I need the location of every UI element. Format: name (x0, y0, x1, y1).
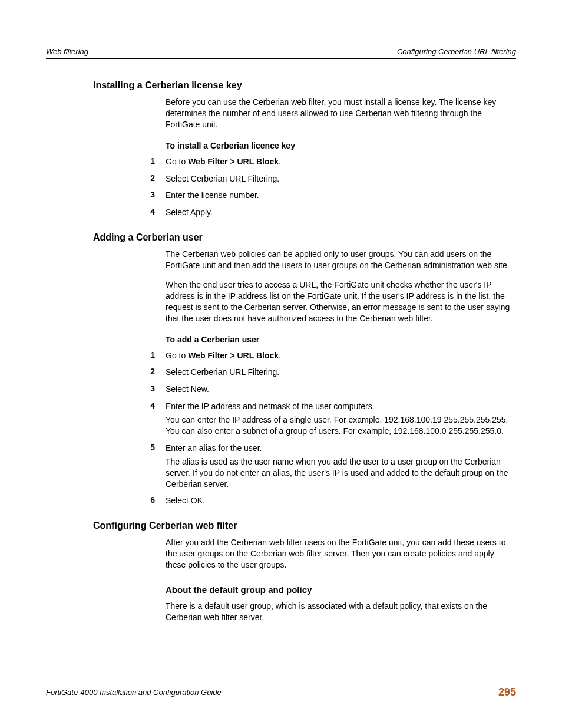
page-header: Web filtering Configuring Cerberian URL … (46, 47, 516, 59)
step-number: 4 (93, 401, 166, 439)
text: The alias is used as the user name when … (166, 456, 516, 490)
page-content: Installing a Cerberian license key Befor… (46, 80, 516, 623)
page-number: 295 (498, 686, 516, 699)
step: 1 Go to Web Filter > URL Block. (93, 156, 516, 170)
body-text: After you add the Cerberian web filter u… (166, 537, 516, 571)
text: Enter the license number. (166, 190, 516, 201)
subheading-default-group: About the default group and policy (93, 585, 516, 595)
step-text: Select Apply. (166, 207, 516, 220)
text: Select New. (166, 384, 516, 395)
step: 2 Select Cerberian URL Filtering. (93, 173, 516, 187)
page: Web filtering Configuring Cerberian URL … (0, 0, 562, 728)
body-text: Before you can use the Cerberian web fil… (166, 97, 516, 130)
text: Select Apply. (166, 207, 516, 218)
menu-path: Web Filter > URL Block (188, 157, 279, 166)
text: Enter an alias for the user. (166, 443, 516, 454)
step-text: Select New. (166, 384, 516, 397)
menu-path: Web Filter > URL Block (188, 351, 279, 360)
step: 4 Enter the IP address and netmask of th… (93, 401, 516, 439)
step-text: Go to Web Filter > URL Block. (166, 156, 516, 170)
step-number: 3 (93, 190, 166, 203)
step-number: 1 (93, 350, 166, 364)
step-text: Go to Web Filter > URL Block. (166, 350, 516, 364)
step-number: 2 (93, 173, 166, 187)
step-number: 1 (93, 156, 166, 170)
procedure-heading: To add a Cerberian user (166, 335, 516, 344)
body-text: There is a default user group, which is … (166, 601, 516, 623)
step-text: Enter the IP address and netmask of the … (166, 401, 516, 439)
text: Go to (166, 157, 188, 166)
body-text: When the end user tries to access a URL,… (166, 279, 516, 324)
step-number: 6 (93, 495, 166, 509)
text: Go to (166, 351, 188, 360)
step: 1 Go to Web Filter > URL Block. (93, 350, 516, 364)
heading-config-filter: Configuring Cerberian web filter (46, 521, 516, 531)
step: 2 Select Cerberian URL Filtering. (93, 367, 516, 380)
step: 6 Select OK. (93, 495, 516, 509)
step-text: Enter an alias for the user. The alias i… (166, 443, 516, 492)
footer-title: FortiGate-4000 Installation and Configur… (46, 688, 222, 697)
body-text: The Cerberian web policies can be applie… (166, 249, 516, 271)
text: You can enter the IP address of a single… (166, 414, 516, 437)
step: 5 Enter an alias for the user. The alias… (93, 443, 516, 492)
procedure-heading: To install a Cerberian licence key (166, 141, 516, 150)
text: Enter the IP address and netmask of the … (166, 401, 516, 412)
step-number: 4 (93, 207, 166, 220)
step-text: Select Cerberian URL Filtering. (166, 173, 516, 187)
step: 3 Enter the license number. (93, 190, 516, 203)
step-text: Enter the license number. (166, 190, 516, 203)
step-text: Select Cerberian URL Filtering. (166, 367, 516, 380)
header-right: Configuring Cerberian URL filtering (397, 47, 516, 56)
page-footer: FortiGate-4000 Installation and Configur… (46, 681, 516, 699)
step: 3 Select New. (93, 384, 516, 397)
step-number: 3 (93, 384, 166, 397)
step-text: Select OK. (166, 495, 516, 509)
heading-add-user: Adding a Cerberian user (46, 232, 516, 243)
step: 4 Select Apply. (93, 207, 516, 220)
text: Select OK. (166, 495, 516, 506)
text: Select Cerberian URL Filtering. (166, 367, 516, 378)
step-number: 5 (93, 443, 166, 492)
text: . (279, 157, 281, 166)
step-number: 2 (93, 367, 166, 380)
text: Select Cerberian URL Filtering. (166, 173, 516, 185)
header-left: Web filtering (46, 47, 88, 56)
text: . (279, 351, 281, 360)
heading-install-license: Installing a Cerberian license key (46, 80, 516, 91)
